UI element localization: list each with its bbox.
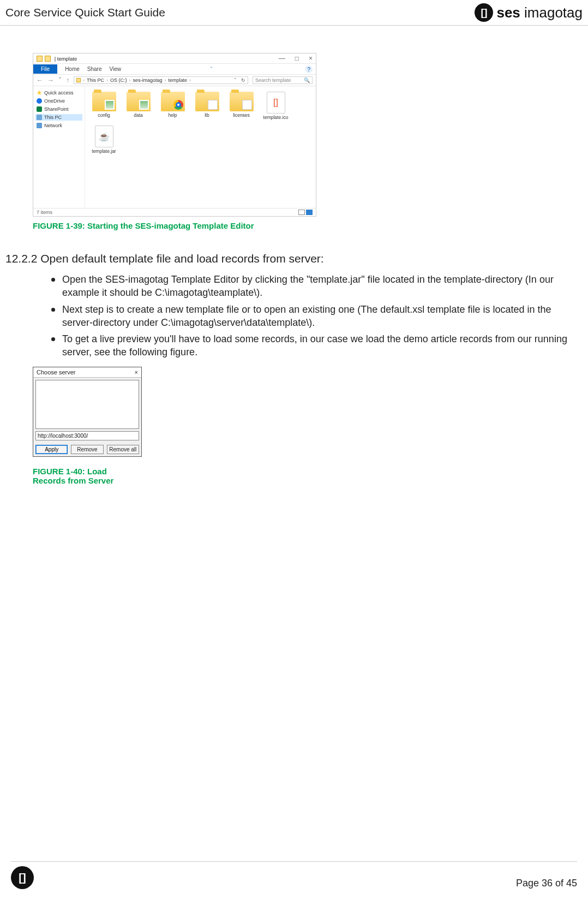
path-breadcrumb[interactable]: › This PC › OS (C:) › ses-imagotag › tem… <box>74 76 248 84</box>
sidebar-sharepoint[interactable]: SharePoint <box>35 106 82 112</box>
explorer-status-bar: 7 items <box>33 208 316 216</box>
choose-server-dialog: Choose server × http://localhost:3000/ A… <box>33 367 142 457</box>
folder-data[interactable]: data <box>124 92 153 120</box>
search-icon: 🔍 <box>304 78 310 83</box>
explorer-address-bar: ← → ˅ ↑ › This PC › OS (C:) › ses-imagot… <box>33 75 316 86</box>
ico-file-icon: [] <box>267 92 285 114</box>
nav-forward-icon[interactable]: → <box>47 76 54 84</box>
ribbon-share-tab[interactable]: Share <box>87 66 102 72</box>
folder-small-icon-2 <box>45 56 51 62</box>
file-template-ico[interactable]: []template.ico <box>261 92 290 120</box>
dialog-titlebar: Choose server × <box>33 367 141 378</box>
ribbon-view-tab[interactable]: View <box>110 66 122 72</box>
bullet-1: Open the SES-imagotag Template Editor by… <box>49 273 572 300</box>
server-list[interactable] <box>35 380 139 429</box>
explorer-sidebar: Quick access OneDrive SharePoint This PC… <box>33 86 85 208</box>
ribbon-help-icon[interactable]: ? <box>305 65 313 73</box>
page-header: Core Service Quick Start Guide [] ses im… <box>0 0 588 26</box>
page-footer: [] Page 36 of 45 <box>0 866 588 889</box>
file-template-jar[interactable]: ☕template.jar <box>89 126 118 154</box>
item-count: 7 items <box>37 210 52 215</box>
cloud-icon <box>37 98 42 104</box>
window-maximize-icon[interactable]: □ <box>295 55 299 62</box>
file-explorer-window: | template — □ × File Home Share View ˇ … <box>33 53 316 217</box>
doc-thumb-icon <box>208 100 218 110</box>
path-dropdown-icon[interactable]: ˅ <box>234 78 237 83</box>
sidebar-onedrive[interactable]: OneDrive <box>35 98 82 104</box>
sidebar-this-pc[interactable]: This PC <box>35 114 82 121</box>
nav-back-icon[interactable]: ← <box>37 76 43 84</box>
window-minimize-icon[interactable]: — <box>279 55 285 62</box>
page-number: Page 36 of 45 <box>516 878 577 889</box>
server-url-input[interactable]: http://localhost:3000/ <box>35 431 139 440</box>
search-input[interactable]: Search template 🔍 <box>253 76 313 84</box>
ribbon-file-tab[interactable]: File <box>33 64 57 74</box>
pc-icon <box>37 115 42 120</box>
brand-text-light: imagotag <box>520 4 583 21</box>
image-thumb-icon <box>105 100 115 110</box>
remove-all-button[interactable]: Remove all <box>107 445 139 454</box>
bullet-2: Next step is to create a new template fi… <box>49 303 572 330</box>
folder-licenses[interactable]: licenses <box>227 92 256 120</box>
image-thumb-icon <box>139 100 149 110</box>
window-close-icon[interactable]: × <box>309 55 313 62</box>
brand-bracket-icon: [] <box>475 3 493 22</box>
folder-small-icon <box>37 56 43 62</box>
footer-divider <box>11 861 577 862</box>
doc-thumb-icon <box>242 100 252 110</box>
star-icon <box>37 90 42 96</box>
figure-1-39-caption: FIGURE 1-39: Starting the SES-imagotag T… <box>33 221 316 230</box>
figure-1-40-caption: FIGURE 1-40: Load Records from Server <box>33 467 142 485</box>
explorer-ribbon: File Home Share View ˇ ? <box>33 64 316 75</box>
instruction-list: Open the SES-imagotag Template Editor by… <box>49 273 572 359</box>
dialog-close-icon[interactable]: × <box>135 369 138 376</box>
nav-up-icon[interactable]: ↑ <box>66 76 69 84</box>
ribbon-home-tab[interactable]: Home <box>65 66 80 72</box>
sidebar-quick-access[interactable]: Quick access <box>35 90 82 96</box>
explorer-titlebar: | template — □ × <box>33 53 316 64</box>
brand-text-bold: ses <box>496 4 520 21</box>
folder-help[interactable]: help <box>158 92 187 120</box>
explorer-title-text: | template <box>53 56 77 62</box>
path-refresh-icon[interactable]: ↻ <box>241 78 245 83</box>
sidebar-network[interactable]: Network <box>35 122 82 129</box>
view-large-icon[interactable] <box>306 210 313 215</box>
apply-button[interactable]: Apply <box>35 445 68 454</box>
chrome-icon <box>173 100 183 110</box>
section-12-2-2-heading: 12.2.2 Open default template file and lo… <box>5 252 588 265</box>
remove-button[interactable]: Remove <box>71 445 103 454</box>
network-icon <box>37 123 42 128</box>
brand-logo: [] ses imagotag <box>475 3 583 22</box>
doc-title: Core Service Quick Start Guide <box>5 6 165 19</box>
ribbon-collapse-icon[interactable]: ˇ <box>211 66 213 73</box>
nav-history-icon[interactable]: ˅ <box>58 76 62 84</box>
footer-brand-icon: [] <box>11 866 34 889</box>
bullet-3: To get a live preview you'll have to loa… <box>49 332 572 359</box>
dialog-title: Choose server <box>37 369 76 376</box>
path-folder-icon <box>76 78 81 82</box>
explorer-content: config data help lib licenses []template… <box>85 86 316 208</box>
folder-lib[interactable]: lib <box>193 92 221 120</box>
jar-file-icon: ☕ <box>95 126 113 147</box>
folder-config[interactable]: config <box>89 92 118 120</box>
view-details-icon[interactable] <box>298 210 305 215</box>
sharepoint-icon <box>37 106 42 112</box>
